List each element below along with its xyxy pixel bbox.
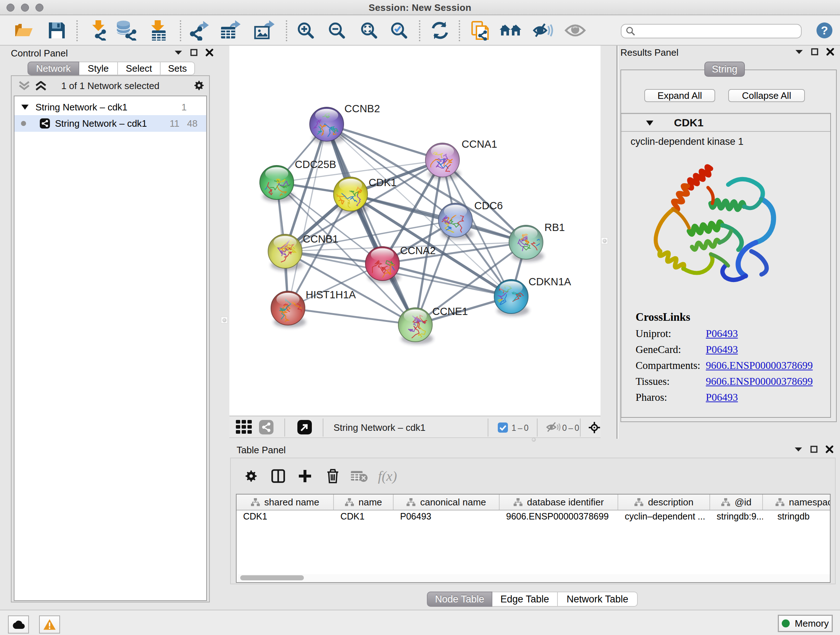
crosslink-link[interactable]: P06493: [706, 391, 738, 403]
column-header-database-identifier[interactable]: database identifier: [500, 494, 618, 510]
table-tab-edge-table[interactable]: Edge Table: [493, 592, 558, 607]
control-tab-select[interactable]: Select: [118, 62, 161, 75]
crosslink-row: Pharos: P06493: [636, 391, 824, 403]
panel-maximize-icon[interactable]: [811, 48, 818, 55]
crosslink-link[interactable]: P06493: [706, 344, 738, 356]
hide-selected-icon[interactable]: [532, 21, 554, 40]
crosslink-link[interactable]: P06493: [706, 328, 738, 340]
control-tab-network[interactable]: Network: [27, 62, 79, 75]
network-node-CCNA1[interactable]: [425, 143, 461, 180]
panel-close-icon[interactable]: [826, 48, 834, 56]
panel-close-icon[interactable]: [826, 445, 834, 453]
statusbar-share-icon[interactable]: [259, 420, 273, 437]
panel-close-icon[interactable]: [205, 49, 213, 57]
export-network-icon[interactable]: [189, 20, 209, 41]
delete-column-icon[interactable]: [327, 469, 339, 483]
network-node-CDKN1A[interactable]: [492, 279, 529, 316]
network-edge[interactable]: [327, 124, 442, 160]
scrollbar-thumb[interactable]: [240, 575, 304, 580]
crosslink-link[interactable]: 9606.ENSP00000378699: [706, 375, 813, 387]
network-view-canvas[interactable]: CCNB2CCNA1CDC25BCDK1CDC6RB1CCNB1CCNA2CDK…: [229, 46, 600, 416]
zoom-in-icon[interactable]: [296, 21, 315, 40]
open-session-icon[interactable]: [14, 21, 34, 40]
control-tab-style[interactable]: Style: [79, 62, 118, 75]
collection-expand-icon[interactable]: [21, 104, 29, 110]
import-table-icon[interactable]: [149, 20, 166, 41]
open-in-window-icon[interactable]: [297, 420, 312, 437]
vertical-splitter-handle-left[interactable]: [221, 317, 228, 324]
help-icon[interactable]: ?: [816, 22, 833, 39]
results-tab-string[interactable]: String: [704, 62, 745, 77]
gene-collapse-icon[interactable]: [646, 120, 654, 126]
search-input[interactable]: [635, 25, 801, 37]
home-style-icon[interactable]: [499, 21, 522, 40]
export-image-icon[interactable]: [254, 20, 275, 41]
zoom-fit-icon[interactable]: [360, 21, 378, 40]
birdseye-grid-icon[interactable]: [236, 420, 252, 437]
statusbar-separator: [284, 418, 285, 437]
svg-text:?: ?: [821, 24, 828, 37]
collapse-all-button[interactable]: Collapse All: [728, 89, 805, 102]
panel-float-icon[interactable]: [174, 50, 182, 55]
network-status-title: String Network – cdk1: [333, 422, 425, 433]
column-header-canonical-name[interactable]: canonical name: [393, 494, 500, 510]
column-type-icon: [345, 498, 354, 507]
add-column-icon[interactable]: [298, 469, 312, 483]
network-collection-row[interactable]: String Network – cdk1 1: [14, 99, 206, 115]
function-builder-button[interactable]: f(x): [378, 468, 397, 484]
table-row[interactable]: CDK1CDK1P064939606.ENSP00000378699cyclin…: [237, 511, 830, 524]
column-header-name[interactable]: name: [334, 494, 393, 510]
import-database-icon[interactable]: [115, 20, 137, 41]
table-horizontal-scrollbar[interactable]: [237, 574, 831, 581]
export-table-icon[interactable]: [219, 20, 241, 41]
network-node-RB1[interactable]: [509, 225, 544, 262]
network-node-CDC25B[interactable]: [260, 165, 295, 202]
zoom-out-icon[interactable]: [327, 21, 346, 40]
column-header-namespace[interactable]: namespace: [763, 494, 831, 510]
node-table[interactable]: shared name name canonical name database…: [236, 494, 831, 583]
copy-style-icon[interactable]: [471, 20, 489, 41]
column-header-description[interactable]: description: [618, 494, 710, 510]
network-row-selected[interactable]: String Network – cdk1 11 48: [14, 115, 206, 132]
memory-button[interactable]: Memory: [778, 615, 833, 632]
table-tab-network-table[interactable]: Network Table: [558, 592, 638, 607]
zoom-selected-icon[interactable]: [390, 21, 409, 40]
network-options-gear-icon[interactable]: [193, 80, 205, 91]
show-all-icon[interactable]: [564, 22, 586, 38]
network-node-CCNB1[interactable]: [268, 234, 303, 271]
column-type-icon: [406, 498, 416, 507]
import-network-icon[interactable]: [89, 20, 108, 41]
statusbar-separator: [537, 418, 538, 437]
main-toolbar: ?: [0, 16, 840, 46]
control-tab-sets[interactable]: Sets: [161, 62, 195, 75]
cloud-button[interactable]: [8, 616, 29, 633]
selected-checkbox-icon[interactable]: [498, 422, 508, 435]
fit-selected-crosshair-icon[interactable]: [588, 421, 600, 437]
toolbar-separator: [459, 20, 460, 41]
panel-float-icon[interactable]: [795, 49, 803, 55]
expand-all-button[interactable]: Expand All: [644, 89, 715, 102]
panel-float-icon[interactable]: [794, 447, 802, 452]
column-header--id[interactable]: @id: [710, 494, 763, 510]
table-tab-node-table[interactable]: Node Table: [427, 592, 493, 607]
delete-table-icon[interactable]: [351, 470, 368, 483]
warnings-button[interactable]: [39, 616, 60, 633]
save-session-icon[interactable]: [47, 21, 66, 40]
network-node-CCNA2[interactable]: [365, 247, 404, 283]
node-label-CDC6: CDC6: [474, 200, 503, 211]
crosslink-link[interactable]: 9606.ENSP00000378699: [706, 359, 813, 371]
panel-maximize-icon[interactable]: [190, 49, 197, 56]
vertical-splitter-handle-right[interactable]: [601, 237, 608, 244]
network-node-CDK1[interactable]: [332, 177, 369, 214]
network-node-CCNE1[interactable]: [398, 308, 433, 344]
column-header-shared-name[interactable]: shared name: [237, 494, 334, 510]
toggle-columns-icon[interactable]: [271, 469, 285, 483]
refresh-icon[interactable]: [430, 21, 450, 40]
panel-maximize-icon[interactable]: [810, 446, 818, 453]
gene-header[interactable]: CDK1: [621, 114, 830, 132]
network-node-HIST1H1A[interactable]: [271, 291, 306, 328]
application-window: Session: New Session: [0, 0, 840, 635]
network-edge[interactable]: [288, 308, 415, 325]
table-options-gear-icon[interactable]: [244, 469, 258, 483]
network-node-CCNB2[interactable]: [309, 107, 345, 144]
